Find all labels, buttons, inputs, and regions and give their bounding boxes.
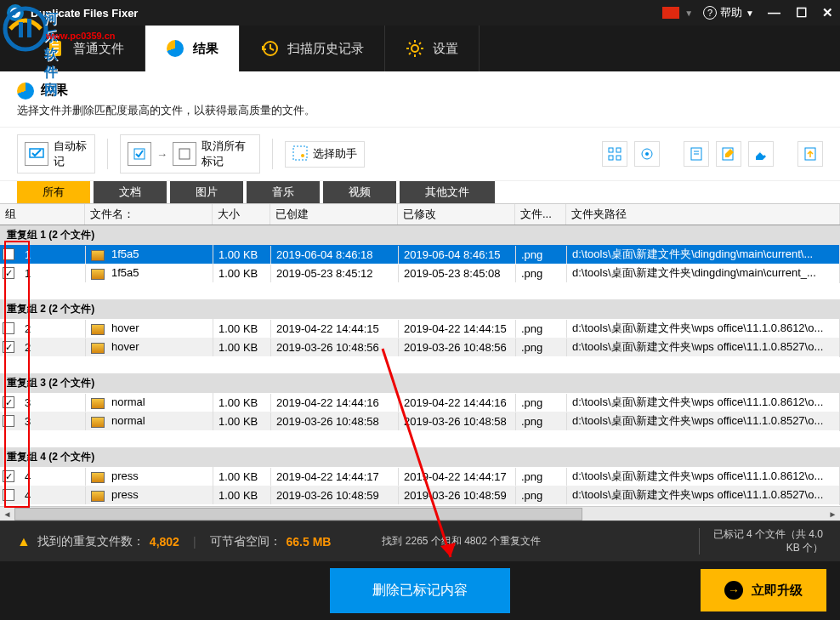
tab-gear[interactable]: 设置 — [385, 26, 480, 71]
cell-ext: .png — [516, 394, 567, 412]
dup-count-value: 4,802 — [150, 535, 179, 549]
language-flag-icon[interactable] — [662, 7, 679, 19]
row-checkbox[interactable] — [3, 248, 14, 260]
table-row[interactable]: ✓2hover1.00 KB2019-03-26 10:48:562019-03… — [0, 338, 840, 356]
scroll-right-arrow[interactable]: ► — [826, 507, 840, 521]
filter-tab-2[interactable]: 图片 — [170, 181, 243, 203]
select-helper-button[interactable]: 选择助手 — [285, 141, 365, 168]
image-file-icon — [91, 343, 105, 354]
cell-ext: .png — [516, 338, 567, 356]
cell-ext: .png — [516, 264, 567, 282]
document-button[interactable] — [684, 141, 709, 167]
results-subtitle: 选择文件并删除匹配度最高的文件，以获得最高质量的文件。 — [17, 103, 823, 118]
cell-ext: .png — [516, 412, 567, 430]
minimize-button[interactable]: — — [768, 5, 780, 20]
language-dropdown-arrow[interactable]: ▼ — [684, 9, 693, 18]
cell-size: 1.00 KB — [213, 394, 271, 412]
cell-path: d:\tools\桌面\新建文件夹\wps office\11.1.0.8612… — [567, 392, 840, 412]
filter-tab-0[interactable]: 所有 — [17, 181, 90, 203]
svg-rect-23 — [609, 148, 613, 152]
row-checkbox[interactable]: ✓ — [3, 470, 14, 482]
dup-count-label: 找到的重复文件数： — [37, 534, 145, 549]
cell-path: d:\tools\桌面\新建文件夹\wps office\11.1.0.8527… — [567, 485, 840, 505]
cell-filename: press — [86, 486, 213, 503]
table-row[interactable]: ✓11f5a51.00 KB2019-05-23 8:45:122019-05-… — [0, 264, 840, 282]
cell-size: 1.00 KB — [213, 468, 271, 486]
delete-marked-button[interactable]: 删除已标记内容 — [330, 568, 510, 613]
location-button[interactable] — [634, 141, 660, 167]
col-filename[interactable]: 文件名： — [85, 204, 213, 225]
edit-button[interactable] — [716, 141, 741, 167]
col-modified[interactable]: 已修改 — [398, 204, 515, 225]
select-dashed-icon — [292, 145, 308, 163]
filter-tabs: 所有文档图片音乐视频其他文件 — [0, 181, 840, 203]
group-header[interactable]: 重复组 3 (2 个文件) — [0, 373, 840, 393]
cell-group: 3 — [20, 412, 86, 430]
col-path[interactable]: 文件夹路径 — [566, 204, 840, 225]
filter-tab-1[interactable]: 文档 — [94, 181, 167, 203]
table-body[interactable]: 重复组 1 (2 个文件)11f5a51.00 KB2019-06-04 8:4… — [0, 225, 840, 506]
grid-view-button[interactable] — [602, 141, 627, 167]
col-created[interactable]: 已创建 — [270, 204, 398, 225]
svg-rect-20 — [179, 149, 190, 159]
row-checkbox[interactable] — [3, 415, 14, 427]
col-group[interactable]: 组 — [0, 204, 85, 225]
toolbar: 自动标记 → 取消所有标记 选择助手 — [0, 127, 840, 181]
eraser-button[interactable] — [748, 141, 774, 167]
cell-size: 1.00 KB — [213, 246, 271, 264]
export-button[interactable] — [797, 141, 823, 167]
col-size[interactable]: 大小 — [213, 204, 270, 225]
image-file-icon — [91, 472, 105, 483]
close-button[interactable]: ✕ — [822, 5, 833, 20]
scroll-left-arrow[interactable]: ◄ — [0, 507, 14, 521]
cell-group: 4 — [20, 468, 86, 486]
row-checkbox[interactable] — [3, 489, 14, 501]
tab-pie[interactable]: 结果 — [145, 26, 240, 71]
table-row[interactable]: ✓4press1.00 KB2019-04-22 14:44:172019-04… — [0, 467, 840, 486]
svg-point-28 — [645, 152, 649, 156]
cell-size: 1.00 KB — [213, 486, 271, 504]
table-row[interactable]: 4press1.00 KB2019-03-26 10:48:592019-03-… — [0, 486, 840, 504]
group-header[interactable]: 重复组 4 (2 个文件) — [0, 447, 840, 467]
svg-rect-21 — [293, 146, 307, 160]
group-header[interactable]: 重复组 2 (2 个文件) — [0, 299, 840, 319]
cell-filename: hover — [86, 338, 213, 356]
cell-created: 2019-04-22 14:44:17 — [271, 468, 399, 486]
table-row[interactable]: 3normal1.00 KB2019-03-26 10:48:582019-03… — [0, 412, 840, 430]
table-row[interactable]: 2hover1.00 KB2019-04-22 14:44:152019-04-… — [0, 319, 840, 338]
cell-created: 2019-03-26 10:48:56 — [271, 338, 399, 356]
svg-point-22 — [301, 154, 304, 157]
row-checkbox[interactable] — [3, 322, 14, 334]
cell-path: d:\tools\桌面\新建文件夹\wps office\11.1.0.8527… — [567, 337, 840, 357]
table-row[interactable]: ✓3normal1.00 KB2019-04-22 14:44:162019-0… — [0, 393, 840, 412]
tab-file[interactable]: 普通文件 — [0, 26, 145, 71]
group-header[interactable]: 重复组 1 (2 个文件) — [0, 225, 840, 245]
cancel-all-marks-button[interactable]: → 取消所有标记 — [120, 134, 260, 173]
cell-ext: .png — [516, 320, 567, 338]
maximize-button[interactable]: ☐ — [796, 5, 807, 20]
col-ext[interactable]: 文件... — [515, 204, 566, 225]
upgrade-button[interactable]: → 立即升级 — [701, 569, 826, 611]
main-tabs: 普通文件结果扫描历史记录设置 — [0, 26, 840, 71]
auto-mark-button[interactable]: 自动标记 — [17, 134, 95, 173]
table-row[interactable]: 11f5a51.00 KB2019-06-04 8:46:182019-06-0… — [0, 245, 840, 264]
cell-filename: normal — [86, 393, 213, 411]
help-button[interactable]: ? 帮助 ▼ — [703, 5, 754, 20]
app-title: Duplicate Files Fixer — [31, 7, 662, 20]
tab-history[interactable]: 扫描历史记录 — [240, 26, 385, 71]
cell-size: 1.00 KB — [213, 320, 271, 338]
filter-tab-3[interactable]: 音乐 — [247, 181, 320, 203]
groups-info: 找到 2265 个组和 4802 个重复文件 — [382, 534, 541, 549]
cell-ext: .png — [516, 486, 567, 504]
horizontal-scrollbar[interactable]: ◄ ► — [0, 506, 840, 520]
row-checkbox[interactable]: ✓ — [3, 341, 14, 353]
svg-rect-25 — [609, 156, 613, 160]
row-checkbox[interactable]: ✓ — [3, 396, 14, 408]
help-icon: ? — [703, 6, 717, 20]
image-file-icon — [91, 269, 105, 280]
filter-tab-4[interactable]: 视频 — [323, 181, 396, 203]
cell-group: 1 — [20, 264, 86, 282]
filter-tab-5[interactable]: 其他文件 — [400, 181, 495, 203]
row-checkbox[interactable]: ✓ — [3, 267, 14, 279]
cell-modified: 2019-04-22 14:44:15 — [399, 320, 516, 338]
